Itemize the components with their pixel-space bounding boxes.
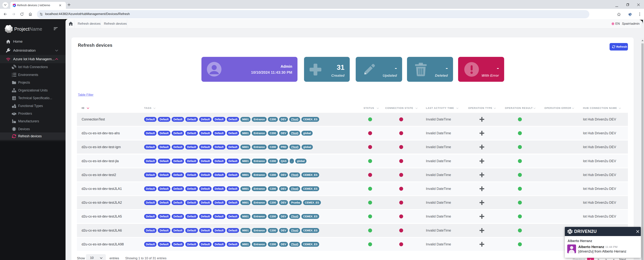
svg-text:3: 3	[12, 76, 13, 77]
